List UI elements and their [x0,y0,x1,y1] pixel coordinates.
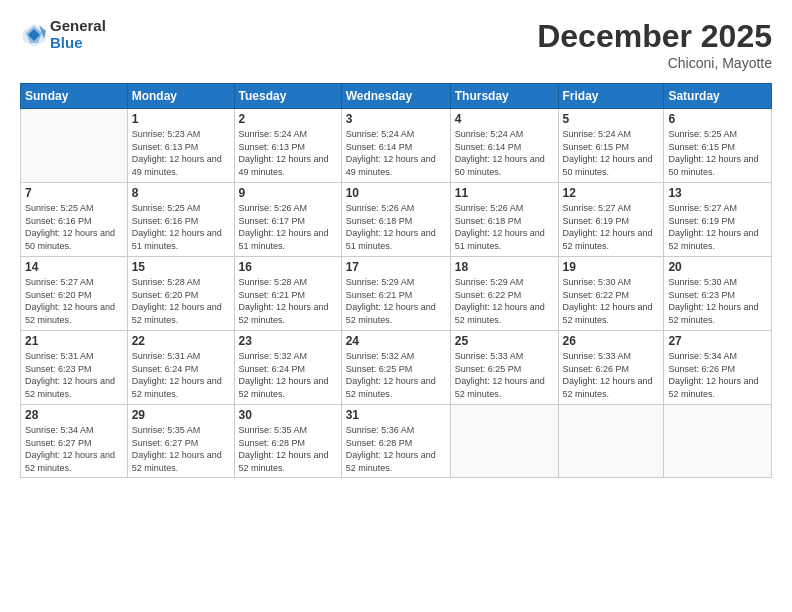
day-info: Sunrise: 5:25 AM Sunset: 6:16 PM Dayligh… [25,202,123,252]
table-row: 5Sunrise: 5:24 AM Sunset: 6:15 PM Daylig… [558,109,664,183]
table-row: 27Sunrise: 5:34 AM Sunset: 6:26 PM Dayli… [664,331,772,405]
day-info: Sunrise: 5:29 AM Sunset: 6:22 PM Dayligh… [455,276,554,326]
day-info: Sunrise: 5:28 AM Sunset: 6:20 PM Dayligh… [132,276,230,326]
day-info: Sunrise: 5:35 AM Sunset: 6:28 PM Dayligh… [239,424,337,474]
logo: General Blue [20,18,106,51]
day-number: 11 [455,186,554,200]
table-row: 10Sunrise: 5:26 AM Sunset: 6:18 PM Dayli… [341,183,450,257]
day-info: Sunrise: 5:23 AM Sunset: 6:13 PM Dayligh… [132,128,230,178]
table-row: 6Sunrise: 5:25 AM Sunset: 6:15 PM Daylig… [664,109,772,183]
day-info: Sunrise: 5:34 AM Sunset: 6:27 PM Dayligh… [25,424,123,474]
table-row [664,405,772,478]
table-row: 1Sunrise: 5:23 AM Sunset: 6:13 PM Daylig… [127,109,234,183]
day-number: 4 [455,112,554,126]
header-saturday: Saturday [664,84,772,109]
day-info: Sunrise: 5:28 AM Sunset: 6:21 PM Dayligh… [239,276,337,326]
header-monday: Monday [127,84,234,109]
location: Chiconi, Mayotte [537,55,772,71]
day-number: 10 [346,186,446,200]
day-info: Sunrise: 5:35 AM Sunset: 6:27 PM Dayligh… [132,424,230,474]
table-row: 7Sunrise: 5:25 AM Sunset: 6:16 PM Daylig… [21,183,128,257]
day-number: 13 [668,186,767,200]
day-info: Sunrise: 5:24 AM Sunset: 6:14 PM Dayligh… [455,128,554,178]
day-number: 9 [239,186,337,200]
day-info: Sunrise: 5:34 AM Sunset: 6:26 PM Dayligh… [668,350,767,400]
day-number: 8 [132,186,230,200]
logo-icon [20,21,48,49]
table-row: 30Sunrise: 5:35 AM Sunset: 6:28 PM Dayli… [234,405,341,478]
table-row: 13Sunrise: 5:27 AM Sunset: 6:19 PM Dayli… [664,183,772,257]
day-number: 29 [132,408,230,422]
day-number: 17 [346,260,446,274]
day-info: Sunrise: 5:24 AM Sunset: 6:13 PM Dayligh… [239,128,337,178]
day-info: Sunrise: 5:30 AM Sunset: 6:22 PM Dayligh… [563,276,660,326]
day-info: Sunrise: 5:32 AM Sunset: 6:24 PM Dayligh… [239,350,337,400]
day-number: 21 [25,334,123,348]
day-info: Sunrise: 5:24 AM Sunset: 6:15 PM Dayligh… [563,128,660,178]
table-row: 25Sunrise: 5:33 AM Sunset: 6:25 PM Dayli… [450,331,558,405]
table-row: 26Sunrise: 5:33 AM Sunset: 6:26 PM Dayli… [558,331,664,405]
day-number: 31 [346,408,446,422]
day-number: 6 [668,112,767,126]
month-title: December 2025 [537,18,772,55]
day-info: Sunrise: 5:25 AM Sunset: 6:16 PM Dayligh… [132,202,230,252]
table-row: 22Sunrise: 5:31 AM Sunset: 6:24 PM Dayli… [127,331,234,405]
day-number: 12 [563,186,660,200]
day-number: 26 [563,334,660,348]
day-number: 20 [668,260,767,274]
weekday-header-row: Sunday Monday Tuesday Wednesday Thursday… [21,84,772,109]
table-row [450,405,558,478]
day-info: Sunrise: 5:32 AM Sunset: 6:25 PM Dayligh… [346,350,446,400]
table-row: 18Sunrise: 5:29 AM Sunset: 6:22 PM Dayli… [450,257,558,331]
table-row [21,109,128,183]
calendar: Sunday Monday Tuesday Wednesday Thursday… [20,83,772,478]
table-row: 12Sunrise: 5:27 AM Sunset: 6:19 PM Dayli… [558,183,664,257]
day-number: 3 [346,112,446,126]
table-row: 31Sunrise: 5:36 AM Sunset: 6:28 PM Dayli… [341,405,450,478]
day-number: 24 [346,334,446,348]
day-number: 2 [239,112,337,126]
table-row: 14Sunrise: 5:27 AM Sunset: 6:20 PM Dayli… [21,257,128,331]
day-info: Sunrise: 5:27 AM Sunset: 6:20 PM Dayligh… [25,276,123,326]
logo-general-text: General [50,18,106,35]
day-number: 1 [132,112,230,126]
table-row: 24Sunrise: 5:32 AM Sunset: 6:25 PM Dayli… [341,331,450,405]
day-info: Sunrise: 5:26 AM Sunset: 6:18 PM Dayligh… [455,202,554,252]
day-number: 16 [239,260,337,274]
day-number: 18 [455,260,554,274]
table-row: 15Sunrise: 5:28 AM Sunset: 6:20 PM Dayli… [127,257,234,331]
table-row: 23Sunrise: 5:32 AM Sunset: 6:24 PM Dayli… [234,331,341,405]
header-thursday: Thursday [450,84,558,109]
table-row: 16Sunrise: 5:28 AM Sunset: 6:21 PM Dayli… [234,257,341,331]
day-number: 19 [563,260,660,274]
day-number: 27 [668,334,767,348]
day-number: 28 [25,408,123,422]
day-number: 5 [563,112,660,126]
day-info: Sunrise: 5:30 AM Sunset: 6:23 PM Dayligh… [668,276,767,326]
day-info: Sunrise: 5:24 AM Sunset: 6:14 PM Dayligh… [346,128,446,178]
table-row: 29Sunrise: 5:35 AM Sunset: 6:27 PM Dayli… [127,405,234,478]
day-info: Sunrise: 5:27 AM Sunset: 6:19 PM Dayligh… [563,202,660,252]
day-number: 23 [239,334,337,348]
header-tuesday: Tuesday [234,84,341,109]
day-info: Sunrise: 5:31 AM Sunset: 6:24 PM Dayligh… [132,350,230,400]
header-friday: Friday [558,84,664,109]
header: General Blue December 2025 Chiconi, Mayo… [20,18,772,71]
table-row: 17Sunrise: 5:29 AM Sunset: 6:21 PM Dayli… [341,257,450,331]
table-row: 9Sunrise: 5:26 AM Sunset: 6:17 PM Daylig… [234,183,341,257]
table-row: 4Sunrise: 5:24 AM Sunset: 6:14 PM Daylig… [450,109,558,183]
day-info: Sunrise: 5:26 AM Sunset: 6:17 PM Dayligh… [239,202,337,252]
day-number: 25 [455,334,554,348]
table-row: 3Sunrise: 5:24 AM Sunset: 6:14 PM Daylig… [341,109,450,183]
day-number: 7 [25,186,123,200]
day-info: Sunrise: 5:33 AM Sunset: 6:26 PM Dayligh… [563,350,660,400]
day-number: 30 [239,408,337,422]
table-row [558,405,664,478]
day-info: Sunrise: 5:25 AM Sunset: 6:15 PM Dayligh… [668,128,767,178]
day-info: Sunrise: 5:29 AM Sunset: 6:21 PM Dayligh… [346,276,446,326]
table-row: 11Sunrise: 5:26 AM Sunset: 6:18 PM Dayli… [450,183,558,257]
title-block: December 2025 Chiconi, Mayotte [537,18,772,71]
logo-text: General Blue [50,18,106,51]
table-row: 20Sunrise: 5:30 AM Sunset: 6:23 PM Dayli… [664,257,772,331]
header-wednesday: Wednesday [341,84,450,109]
